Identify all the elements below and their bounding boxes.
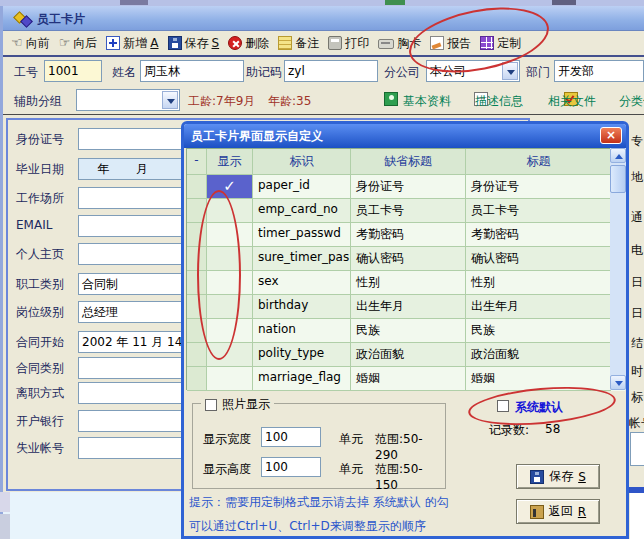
display-check-cell[interactable] <box>207 271 253 295</box>
dept-label: 部门 <box>526 64 550 81</box>
toolbar-button-print[interactable]: 打印 <box>328 35 369 52</box>
row-selector-cell[interactable] <box>187 199 207 223</box>
default-title-cell[interactable]: 确认密码 <box>351 247 466 271</box>
identifier-cell[interactable]: emp_card_no <box>253 199 351 223</box>
emp-no-field[interactable]: 1001 <box>44 60 102 82</box>
table-row[interactable]: emp_card_no 员工卡号 员工卡号 <box>187 199 625 223</box>
table-scrollbar[interactable] <box>610 148 626 390</box>
display-check-cell[interactable] <box>207 199 253 223</box>
default-title-cell[interactable]: 出生年月 <box>351 295 466 319</box>
identifier-cell[interactable]: nation <box>253 319 351 343</box>
scroll-up-icon[interactable] <box>610 148 626 163</box>
branch-combobox[interactable]: 本公司 <box>426 60 520 82</box>
row-selector-cell[interactable] <box>187 223 207 247</box>
table-header-row: - 显示 标识 缺省标题 标题 <box>187 149 625 175</box>
display-check-cell[interactable] <box>207 223 253 247</box>
identifier-cell[interactable]: polity_type <box>253 343 351 367</box>
link-description[interactable]: 描述信息 <box>475 93 523 110</box>
display-check-cell[interactable] <box>207 319 253 343</box>
table-row[interactable]: timer_passwd 考勤密码 考勤密码 <box>187 223 625 247</box>
close-icon[interactable]: × <box>600 127 622 144</box>
title-cell[interactable]: 性别 <box>466 271 611 295</box>
link-category-info[interactable]: 分类信息 <box>619 93 644 110</box>
title-cell[interactable]: 婚姻 <box>466 367 611 391</box>
scrollbar-thumb[interactable] <box>610 165 626 193</box>
link-basic-info[interactable]: 基本资料 <box>403 93 451 110</box>
title-cell[interactable]: 员工卡号 <box>466 199 611 223</box>
save-button[interactable]: 保存 S <box>516 464 600 489</box>
photo-width-input[interactable]: 100 <box>261 427 321 447</box>
grid-icon <box>480 36 494 50</box>
identifier-cell[interactable]: marriage_flag <box>253 367 351 391</box>
default-title-cell[interactable]: 民族 <box>351 319 466 343</box>
link-related-files[interactable]: 相关文件 <box>548 93 596 110</box>
toolbar-button-customize[interactable]: 定制 <box>480 35 521 52</box>
delete-icon <box>228 36 242 50</box>
toolbar-button-badge[interactable]: 胸卡 <box>378 35 421 52</box>
row-selector-cell[interactable] <box>187 295 207 319</box>
identifier-cell[interactable]: paper_id <box>253 175 351 199</box>
background-fragment <box>630 493 644 539</box>
chevron-down-icon[interactable] <box>502 62 518 80</box>
name-field[interactable]: 周玉林 <box>140 60 244 82</box>
title-cell[interactable]: 身份证号 <box>466 175 611 199</box>
dialog-titlebar[interactable]: 员工卡片界面显示自定义 × <box>184 124 626 148</box>
row-selector-cell[interactable] <box>187 367 207 391</box>
title-cell[interactable]: 考勤密码 <box>466 223 611 247</box>
display-check-cell[interactable] <box>207 295 253 319</box>
toolbar-button-backward[interactable]: ☞向后 <box>59 35 98 52</box>
row-selector-cell[interactable] <box>187 271 207 295</box>
table-row[interactable]: sex 性别 性别 <box>187 271 625 295</box>
default-title-cell[interactable]: 考勤密码 <box>351 223 466 247</box>
badge-icon <box>378 39 394 49</box>
photo-display-checkbox[interactable] <box>205 399 217 411</box>
mnemonic-field[interactable]: zyl <box>284 60 378 82</box>
row-selector-cell[interactable] <box>187 175 207 199</box>
identifier-cell[interactable]: timer_passwd <box>253 223 351 247</box>
toolbar-button-save[interactable]: 保存S <box>168 35 220 52</box>
row-selector-cell[interactable] <box>187 247 207 271</box>
display-check-cell[interactable] <box>207 367 253 391</box>
field-label: 离职方式 <box>16 385 64 402</box>
background-fragment: 时 <box>631 363 643 380</box>
window-title: 员工卡片 <box>37 11 85 28</box>
default-title-cell[interactable]: 政治面貌 <box>351 343 466 367</box>
table-row[interactable]: birthday 出生年月 出生年月 <box>187 295 625 319</box>
display-check-cell[interactable]: ✓ <box>207 175 253 199</box>
default-title-cell[interactable]: 员工卡号 <box>351 199 466 223</box>
photo-height-input[interactable]: 100 <box>261 457 321 477</box>
table-row[interactable]: ✓ paper_id 身份证号 身份证号 <box>187 175 625 199</box>
row-selector-cell[interactable] <box>187 343 207 367</box>
return-button[interactable]: 返回 R <box>516 499 600 524</box>
identifier-cell[interactable]: sex <box>253 271 351 295</box>
toolbar-button-delete[interactable]: 删除 <box>228 35 269 52</box>
table-row[interactable]: nation 民族 民族 <box>187 319 625 343</box>
toolbar-label: 备注 <box>295 35 319 52</box>
default-title-cell[interactable]: 身份证号 <box>351 175 466 199</box>
title-cell[interactable]: 确认密码 <box>466 247 611 271</box>
display-check-cell[interactable] <box>207 247 253 271</box>
toolbar-button-note[interactable]: 备注 <box>278 35 319 52</box>
scroll-down-icon[interactable] <box>610 375 626 390</box>
title-cell[interactable]: 民族 <box>466 319 611 343</box>
default-title-cell[interactable]: 婚姻 <box>351 367 466 391</box>
table-row[interactable]: marriage_flag 婚姻 婚姻 <box>187 367 625 391</box>
title-cell[interactable]: 出生年月 <box>466 295 611 319</box>
dept-field[interactable]: 开发部 <box>554 60 644 82</box>
system-default-checkbox[interactable] <box>497 400 509 412</box>
chevron-down-icon[interactable] <box>162 91 178 109</box>
aux-group-combobox[interactable] <box>76 89 180 111</box>
identifier-cell[interactable]: birthday <box>253 295 351 319</box>
row-selector-cell[interactable] <box>187 319 207 343</box>
toolbar-button-new[interactable]: 新增A <box>106 35 158 52</box>
title-cell[interactable]: 政治面貌 <box>466 343 611 367</box>
table-row[interactable]: polity_type 政治面貌 政治面貌 <box>187 343 625 367</box>
default-title-cell[interactable]: 性别 <box>351 271 466 295</box>
display-check-cell[interactable] <box>207 343 253 367</box>
emp-no-label: 工号 <box>14 64 38 81</box>
report-icon <box>430 36 444 50</box>
identifier-cell[interactable]: sure_timer_pas <box>253 247 351 271</box>
toolbar-button-report[interactable]: 报告 <box>430 35 471 52</box>
toolbar-button-forward[interactable]: ☜向前 <box>11 35 50 52</box>
table-row[interactable]: sure_timer_pas 确认密码 确认密码 <box>187 247 625 271</box>
